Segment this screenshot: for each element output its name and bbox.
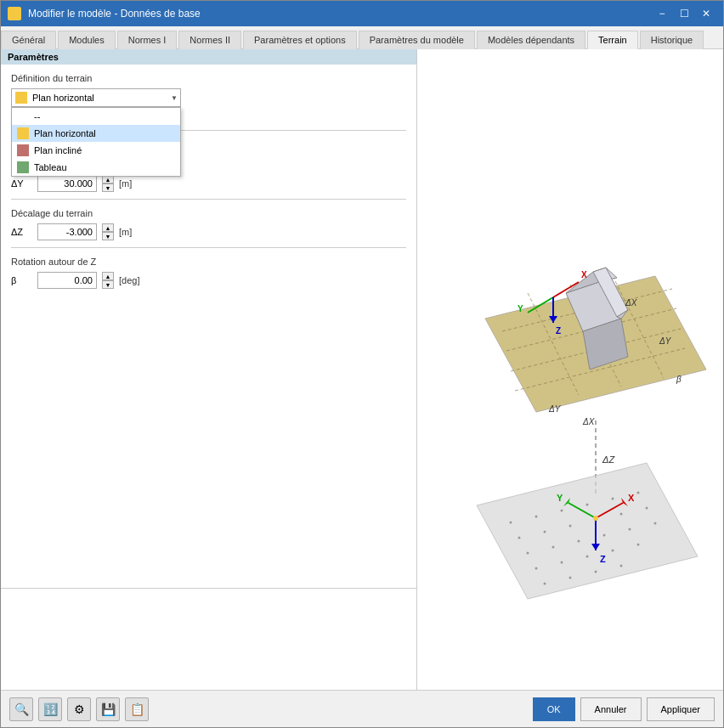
decalage-label: Décalage du terrain <box>11 208 406 218</box>
dropdown-item-plan-incline[interactable]: Plan incliné <box>12 142 180 159</box>
3d-visualization: ΔX ΔY ΔY ΔX β ΔZ <box>417 132 723 607</box>
item-color-tableau <box>17 161 29 173</box>
tab-historique[interactable]: Historique <box>640 31 704 49</box>
dy-spinner: ▲ ▼ <box>102 175 114 192</box>
svg-text:Y: Y <box>557 493 563 503</box>
main-window: Modifier le modèle - Données de base − ☐… <box>0 0 724 728</box>
separator-2 <box>11 199 406 200</box>
tab-general[interactable]: Général <box>1 31 56 49</box>
svg-point-34 <box>535 567 538 570</box>
tab-params-modele[interactable]: Paramètres du modèle <box>359 31 475 49</box>
dz-label: ΔZ <box>11 227 32 237</box>
ok-button[interactable]: OK <box>533 697 575 721</box>
svg-point-31 <box>603 534 606 537</box>
dz-input[interactable] <box>37 223 97 240</box>
svg-point-35 <box>561 562 563 564</box>
svg-point-26 <box>620 513 623 516</box>
dx-terrain-label2: ΔX <box>582 417 595 426</box>
svg-point-42 <box>620 565 623 567</box>
save-icon-btn[interactable]: 💾 <box>96 697 120 721</box>
svg-point-24 <box>569 525 572 528</box>
beta-terrain-label: β <box>676 375 682 384</box>
left-panel: Paramètres Définition du terrain Plan ho… <box>1 49 417 690</box>
dy-unit: [m] <box>119 178 132 189</box>
svg-point-32 <box>629 528 631 531</box>
svg-point-18 <box>561 510 563 512</box>
svg-point-17 <box>535 516 538 518</box>
terrain-dropdown[interactable]: Plan horizontal ▼ <box>11 88 181 107</box>
beta-spin-down[interactable]: ▼ <box>102 280 114 289</box>
params-section: Paramètres Définition du terrain Plan ho… <box>1 49 416 588</box>
svg-text:Z: Z <box>556 326 561 336</box>
dropdown-item-label-tableau: Tableau <box>34 162 67 172</box>
tab-params-options[interactable]: Paramètres et options <box>243 31 357 49</box>
tab-normes2[interactable]: Normes II <box>178 31 241 49</box>
dropdown-item-label: -- <box>34 111 40 121</box>
svg-point-36 <box>586 556 589 558</box>
dropdown-item-label-incline: Plan incliné <box>34 145 82 155</box>
dy-row: ΔY ▲ ▼ [m] <box>11 175 406 192</box>
beta-label: β <box>11 275 32 285</box>
tab-bar: Général Modules Normes I Normes II Param… <box>1 26 723 49</box>
bottom-bar: 🔍 🔢 ⚙ 💾 📋 OK Annuler Appliquer <box>1 690 723 727</box>
info-icon-btn[interactable]: 📋 <box>125 697 149 721</box>
settings-icon-btn[interactable]: ⚙ <box>67 697 91 721</box>
rotation-label: Rotation autour de Z <box>11 257 406 267</box>
dy-terrain-label1: ΔY <box>659 336 672 346</box>
tab-normes1[interactable]: Normes I <box>117 31 178 49</box>
svg-point-29 <box>552 546 555 549</box>
svg-point-37 <box>612 550 614 552</box>
app-icon <box>8 7 21 20</box>
svg-point-39 <box>544 583 546 585</box>
dropdown-item-empty[interactable]: -- <box>12 108 180 125</box>
beta-spin-up[interactable]: ▲ <box>102 272 114 280</box>
item-color-empty <box>17 110 29 122</box>
tab-terrain[interactable]: Terrain <box>587 31 638 49</box>
dropdown-arrow-icon: ▼ <box>171 94 178 102</box>
separator-3 <box>11 247 406 248</box>
dropdown-item-plan-horizontal[interactable]: Plan horizontal <box>12 125 180 142</box>
svg-point-40 <box>569 577 572 579</box>
svg-point-27 <box>646 507 648 510</box>
dy-terrain-label2: ΔY <box>548 404 562 414</box>
dropdown-item-tableau[interactable]: Tableau <box>12 159 180 176</box>
close-button[interactable]: ✕ <box>696 5 716 22</box>
minimize-button[interactable]: − <box>652 5 672 22</box>
apply-button[interactable]: Appliquer <box>647 697 715 721</box>
svg-point-21 <box>637 492 640 494</box>
svg-point-28 <box>527 552 529 555</box>
dz-spin-down[interactable]: ▼ <box>102 232 114 240</box>
dy-spin-down[interactable]: ▼ <box>102 183 114 192</box>
svg-point-30 <box>578 540 580 543</box>
3d-svg: ΔX ΔY ΔY ΔX β ΔZ <box>417 132 723 607</box>
item-color-incline <box>17 144 29 156</box>
beta-input[interactable] <box>37 272 97 289</box>
tab-modeles-dep[interactable]: Modèles dépendants <box>477 31 585 49</box>
svg-point-16 <box>510 522 512 524</box>
svg-point-22 <box>518 537 521 539</box>
svg-text:X: X <box>628 493 635 503</box>
dz-spinner: ▲ ▼ <box>102 223 114 240</box>
dz-label-viz: ΔZ <box>602 454 615 465</box>
svg-text:X: X <box>581 270 587 279</box>
section-header: Paramètres <box>1 49 416 65</box>
dz-spin-up[interactable]: ▲ <box>102 223 114 232</box>
title-bar: Modifier le modèle - Données de base − ☐… <box>1 1 723 26</box>
search-icon-btn[interactable]: 🔍 <box>9 697 33 721</box>
beta-unit: [deg] <box>119 275 139 285</box>
cancel-button[interactable]: Annuler <box>580 697 642 721</box>
svg-point-41 <box>595 571 597 573</box>
dy-input[interactable] <box>37 175 97 192</box>
tab-modules[interactable]: Modules <box>58 31 116 49</box>
svg-point-38 <box>637 544 640 546</box>
window-title: Modifier le modèle - Données de base <box>28 8 645 20</box>
svg-point-33 <box>654 522 657 525</box>
item-color-horizontal <box>17 127 29 139</box>
svg-point-19 <box>586 504 589 506</box>
dy-label: ΔY <box>11 178 32 189</box>
number-icon-btn[interactable]: 🔢 <box>38 697 62 721</box>
title-controls: − ☐ ✕ <box>652 5 716 22</box>
dropdown-color-indicator <box>15 92 27 104</box>
maximize-button[interactable]: ☐ <box>674 5 694 22</box>
right-panel: ΔX ΔY ΔY ΔX β ΔZ <box>417 49 723 690</box>
